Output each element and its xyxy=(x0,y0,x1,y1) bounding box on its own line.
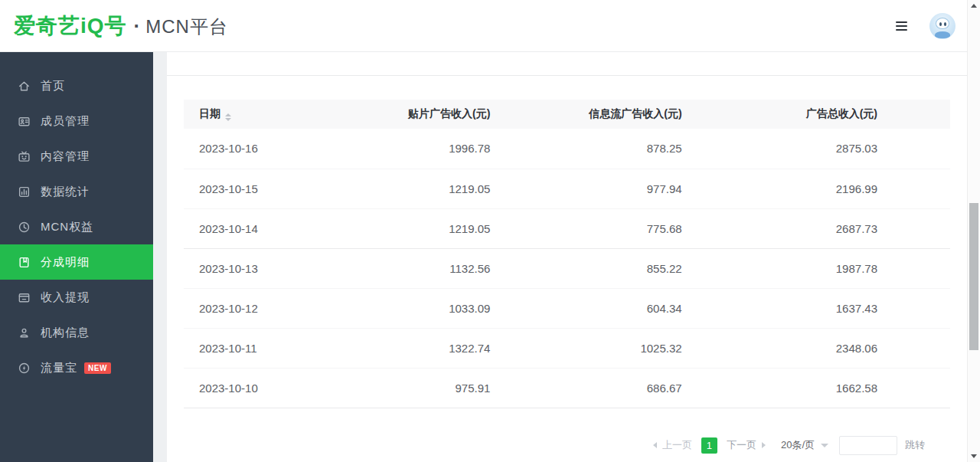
content-divider xyxy=(167,75,967,76)
date-cell: 2023-10-13 xyxy=(184,248,306,288)
value-cell: 1662.58 xyxy=(682,368,950,408)
date-cell: 2023-10-16 xyxy=(184,129,306,169)
sidebar-item-label: 机构信息 xyxy=(41,326,90,340)
date-cell: 2023-10-12 xyxy=(184,288,306,328)
date-cell: 2023-10-11 xyxy=(184,328,306,368)
caret-down-icon xyxy=(821,444,828,447)
column-header-label: 日期 xyxy=(199,107,220,120)
new-badge: NEW xyxy=(84,362,111,374)
table-row: 2023-10-131132.56855.221987.78 xyxy=(184,248,950,288)
table-header-row: 日期贴片广告收入(元)信息流广告收入(元)广告总收入(元) xyxy=(184,100,950,129)
stats-icon xyxy=(18,185,31,198)
scroll-up-button[interactable] xyxy=(968,1,980,11)
members-icon xyxy=(18,115,31,128)
prev-page-button[interactable]: 上一页 xyxy=(653,438,692,452)
scrollbar-thumb[interactable] xyxy=(969,203,978,350)
value-cell: 1987.78 xyxy=(682,248,950,288)
page-size-label: 20条/页 xyxy=(781,438,815,452)
column-header-label: 贴片广告收入(元) xyxy=(408,107,490,120)
value-cell: 1996.78 xyxy=(306,129,490,169)
withdraw-icon xyxy=(18,291,31,304)
scroll-down-button[interactable] xyxy=(968,451,980,461)
value-cell: 878.25 xyxy=(490,129,681,169)
page-size-select[interactable]: 20条/页 xyxy=(781,438,828,452)
ledger-icon xyxy=(18,256,31,269)
sidebar-item-members[interactable]: 成员管理 xyxy=(0,103,153,139)
home-icon xyxy=(18,80,31,93)
sidebar-item-label: 分成明细 xyxy=(41,255,90,270)
sidebar-item-label: 成员管理 xyxy=(41,114,90,129)
pagination: 上一页 1 下一页 20条/页 跳转 xyxy=(653,435,925,455)
next-page-label: 下一页 xyxy=(727,438,756,452)
column-header: 贴片广告收入(元) xyxy=(306,100,490,129)
app-logo: 爱奇艺iQ号 · MCN平台 xyxy=(0,11,228,41)
jump-button[interactable]: 跳转 xyxy=(905,438,925,452)
sidebar-item-label: 内容管理 xyxy=(41,149,90,164)
sidebar-item-org-info[interactable]: 机构信息 xyxy=(0,315,153,350)
table-row: 2023-10-151219.05977.942196.99 xyxy=(184,169,950,208)
table-row: 2023-10-141219.05775.682687.73 xyxy=(184,208,950,248)
revenue-table: 日期贴片广告收入(元)信息流广告收入(元)广告总收入(元) 2023-10-16… xyxy=(184,100,950,408)
value-cell: 1033.09 xyxy=(306,288,490,328)
logo-brand-text: 爱奇艺iQ号 xyxy=(14,11,127,41)
value-cell: 2348.06 xyxy=(682,328,950,368)
sidebar: 首页成员管理内容管理数据统计MCN权益分成明细收入提现机构信息流量宝NEW xyxy=(0,52,153,462)
column-header: 信息流广告收入(元) xyxy=(490,100,681,129)
column-header[interactable]: 日期 xyxy=(184,100,306,129)
sidebar-item-label: MCN权益 xyxy=(41,220,93,234)
arrow-right-icon xyxy=(762,442,766,448)
avatar-eye-left xyxy=(939,22,942,26)
date-cell: 2023-10-15 xyxy=(184,169,306,208)
column-header: 广告总收入(元) xyxy=(682,100,950,129)
value-cell: 975.91 xyxy=(306,368,490,408)
value-cell: 1219.05 xyxy=(306,208,490,248)
table-row: 2023-10-121033.09604.341637.43 xyxy=(184,288,950,328)
value-cell: 855.22 xyxy=(490,248,681,288)
logo-separator: · xyxy=(134,15,141,38)
sidebar-item-mcn-rights[interactable]: MCN权益 xyxy=(0,209,153,244)
lightning-icon xyxy=(18,362,31,375)
sidebar-item-revenue-share[interactable]: 分成明细 xyxy=(0,244,153,280)
menu-button[interactable] xyxy=(896,20,910,32)
value-cell: 2687.73 xyxy=(682,208,950,248)
column-header-label: 信息流广告收入(元) xyxy=(589,107,681,120)
sidebar-item-label: 流量宝 xyxy=(41,361,77,375)
value-cell: 775.68 xyxy=(490,208,681,248)
content-panel: 日期贴片广告收入(元)信息流广告收入(元)广告总收入(元) 2023-10-16… xyxy=(167,52,967,462)
value-cell: 1132.56 xyxy=(306,248,490,288)
next-page-button[interactable]: 下一页 xyxy=(727,438,766,452)
value-cell: 1322.74 xyxy=(306,328,490,368)
sidebar-item-home[interactable]: 首页 xyxy=(0,68,153,103)
value-cell: 604.34 xyxy=(490,288,681,328)
sidebar-item-label: 数据统计 xyxy=(41,185,90,199)
sort-icon[interactable] xyxy=(225,113,231,121)
value-cell: 2196.99 xyxy=(682,169,950,208)
value-cell: 1637.43 xyxy=(682,288,950,328)
date-cell: 2023-10-10 xyxy=(184,368,306,408)
avatar-body xyxy=(935,31,950,38)
column-header-label: 广告总收入(元) xyxy=(806,107,877,120)
avatar-face xyxy=(936,18,949,29)
hamburger-icon xyxy=(896,21,907,31)
top-navbar: 爱奇艺iQ号 · MCN平台 xyxy=(0,0,967,52)
sidebar-item-traffic-bao[interactable]: 流量宝NEW xyxy=(0,350,153,385)
content-icon xyxy=(18,150,31,163)
jump-page-input[interactable] xyxy=(839,436,897,455)
value-cell: 1219.05 xyxy=(306,169,490,208)
main-content: 日期贴片广告收入(元)信息流广告收入(元)广告总收入(元) 2023-10-16… xyxy=(153,52,967,462)
scrollbar[interactable] xyxy=(967,0,980,462)
table-row: 2023-10-10975.91686.671662.58 xyxy=(184,368,950,408)
sidebar-item-withdraw[interactable]: 收入提现 xyxy=(0,280,153,315)
sidebar-item-content[interactable]: 内容管理 xyxy=(0,139,153,174)
value-cell: 1025.32 xyxy=(490,328,681,368)
value-cell: 686.67 xyxy=(490,368,681,408)
avatar-eye-right xyxy=(944,22,946,26)
value-cell: 977.94 xyxy=(490,169,681,208)
user-avatar[interactable] xyxy=(929,13,956,39)
page-number-button[interactable]: 1 xyxy=(701,437,717,454)
table-row: 2023-10-161996.78878.252875.03 xyxy=(184,129,950,169)
prev-page-label: 上一页 xyxy=(662,438,692,452)
table-row: 2023-10-111322.741025.322348.06 xyxy=(184,328,950,368)
sidebar-item-stats[interactable]: 数据统计 xyxy=(0,174,153,209)
logo-platform-text: MCN平台 xyxy=(145,15,228,39)
